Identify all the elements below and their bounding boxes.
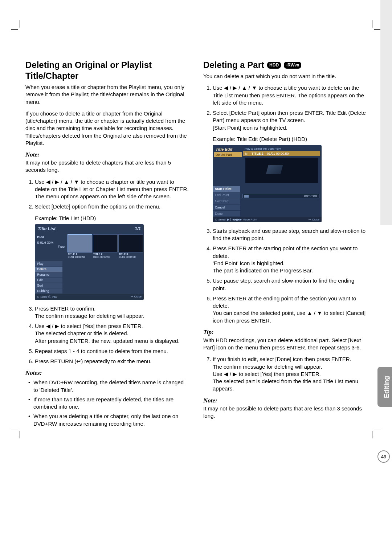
step: Press ENTER at the ending point of the s…	[213, 295, 367, 324]
note-item: When DVD+RW recording, the deleted title…	[28, 379, 189, 394]
section-tab: Editing	[377, 367, 392, 407]
tip-body: With HDD recordings, you can delete addi…	[203, 337, 367, 352]
right-heading: Deleting a Part HDD -RWVR	[203, 60, 367, 70]
right-steps-1: Use ◀ / ▶ / ▲ / ▼ to choose a title you …	[203, 84, 367, 131]
left-p1: When you erase a title or chapter from t…	[25, 84, 189, 106]
note-heading: Note:	[25, 151, 189, 158]
step: Press ENTER at the starting point of the…	[213, 245, 367, 274]
notes-heading: Notes:	[25, 369, 189, 377]
step: Use ◀ / ▶ / ▲ / ▼ to choose a title you …	[213, 84, 367, 106]
left-heading: Deleting an Original or Playlist Title/C…	[25, 60, 189, 81]
left-column: Deleting an Original or Playlist Title/C…	[25, 60, 189, 431]
step: Press RETURN (↩) repeatedly to exit the …	[35, 358, 189, 365]
title-list-figure: Title List 1/1 HDD ⧉ 01H 30M Free TITLE …	[35, 224, 144, 300]
note-item: When you are deleting a title or chapter…	[28, 413, 189, 428]
note-item: If more than two titles are repeatedly d…	[28, 396, 189, 411]
note-body: It may not be possible to delete chapter…	[25, 159, 189, 174]
title-edit-figure: Title Edit Delete Part Play & Select the…	[213, 145, 322, 222]
example-caption: Example: Title Edit (Delete Part) (HDD)	[203, 136, 367, 142]
tip-heading: Tip:	[203, 329, 367, 336]
right-steps-2: Starts playback and use pause step, sear…	[203, 227, 367, 324]
page-number: 49	[377, 450, 390, 463]
step: Select [Delete] option from the options …	[35, 203, 189, 210]
step: If you finish to edit, select [Done] ico…	[213, 356, 367, 392]
right-column: Deleting a Part HDD -RWVR You can delete…	[203, 60, 367, 431]
right-p1: You can delete a part which you do not w…	[203, 73, 367, 80]
step: Repeat steps 1 - 4 to continue to delete…	[35, 348, 189, 355]
step: Starts playback and use pause step, sear…	[213, 227, 367, 242]
note-heading-right: Note:	[203, 397, 367, 404]
left-steps-2: Press ENTER to confirm. The confirm mess…	[25, 305, 189, 365]
example-caption: Example: Title List (HDD)	[25, 215, 189, 221]
step: Use ◀ / ▶ to select [Yes] then press ENT…	[35, 323, 189, 345]
step: Use ◀ / ▶ / ▲ / ▼ to choose a chapter or…	[35, 178, 189, 200]
right-step-7: If you finish to edit, select [Done] ico…	[203, 356, 367, 392]
step: Select [Delete Part] option then press E…	[213, 109, 367, 131]
left-steps-1: Use ◀ / ▶ / ▲ / ▼ to choose a chapter or…	[25, 178, 189, 211]
badge-rwvr: -RWVR	[284, 62, 301, 69]
left-p2: If you choose to delete a title or chapt…	[25, 110, 189, 147]
step: Use pause step, search and slow-motion t…	[213, 277, 367, 292]
notes-list: When DVD+RW recording, the deleted title…	[25, 379, 189, 428]
badge-hdd: HDD	[267, 62, 281, 69]
step: Press ENTER to confirm. The confirm mess…	[35, 305, 189, 320]
note-body-right: It may not be possible to delete parts t…	[203, 405, 367, 420]
